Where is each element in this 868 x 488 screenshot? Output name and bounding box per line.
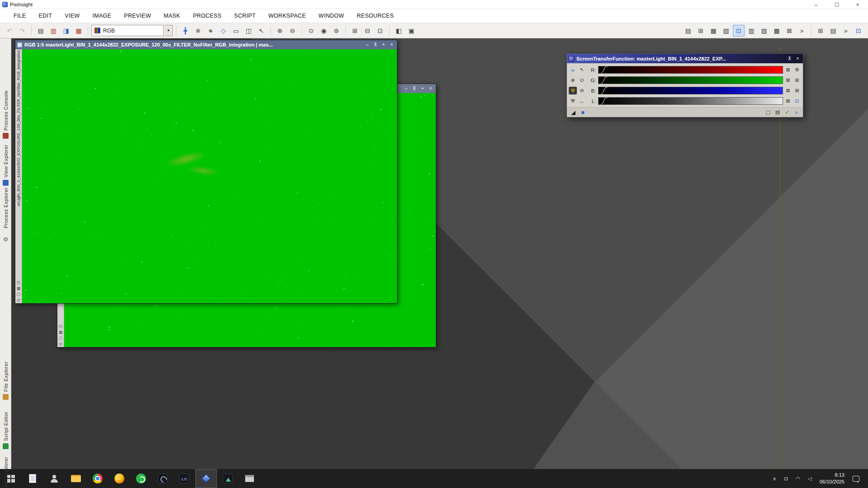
link-rgb-icon[interactable]: ∞ (569, 66, 577, 74)
new-instance-icon[interactable]: ◢ (569, 108, 577, 116)
track-view-icon[interactable]: ■ (579, 108, 587, 116)
strip-select-icon[interactable]: ◰ (59, 324, 63, 328)
lum-monitor-icon[interactable]: ⊡ (793, 97, 801, 105)
delete-preview-icon[interactable]: ⊟ (362, 25, 373, 37)
taskbar-app-image-tool[interactable] (217, 469, 239, 488)
center-image-icon[interactable]: ◇ (217, 25, 229, 37)
menu-mask[interactable]: MASK (157, 9, 187, 23)
stf-dialog[interactable]: ScreenTransferFunction: masterLight_BIN_… (566, 53, 803, 117)
new-preview-icon[interactable]: ⊞ (349, 25, 361, 37)
process-icon-8[interactable]: ⊠ (783, 25, 795, 37)
pan-tool-icon[interactable]: ╋ (179, 25, 191, 37)
cancel-icon[interactable]: × (793, 108, 801, 116)
color-management-icon[interactable]: ▦ (73, 25, 85, 37)
sidebar-gear[interactable]: ⚙ (0, 236, 11, 242)
screen-config-icon[interactable]: ▥ (47, 25, 59, 37)
process-icon-2[interactable]: ⊞ (695, 25, 707, 37)
image-canvas-front[interactable] (22, 49, 397, 303)
sidebar-item-process-explorer[interactable]: Process Explorer (0, 188, 11, 228)
stf-shade-icon[interactable]: ⊼ (786, 56, 793, 62)
process-icon-7[interactable]: ▩ (771, 25, 783, 37)
zoom-11-stf-icon[interactable]: ⊙ (578, 76, 586, 84)
taskbar-app-window[interactable] (239, 469, 260, 488)
workspace-grid-icon[interactable]: ⊞ (815, 25, 826, 37)
redo-icon[interactable]: ↷ (16, 25, 28, 37)
window-close-icon[interactable]: × (388, 42, 395, 48)
menu-image[interactable]: IMAGE (86, 9, 118, 23)
menu-view[interactable]: VIEW (58, 9, 86, 23)
taskbar-app-user-settings[interactable] (43, 469, 65, 488)
maximize-button[interactable]: ▢ (826, 0, 847, 9)
green-grid-icon[interactable]: ⊞ (793, 76, 801, 84)
process-icon-6[interactable]: ▨ (758, 25, 770, 37)
wifi-icon[interactable]: ◠ (793, 469, 803, 488)
window-shade-icon[interactable]: ⊼ (411, 85, 418, 92)
display-tray-icon[interactable]: ⊡ (781, 469, 792, 488)
menu-edit[interactable]: EDIT (33, 9, 59, 23)
strip-frame-icon[interactable]: ▢ (17, 292, 21, 296)
menu-window[interactable]: WINDOW (312, 9, 351, 23)
volume-icon[interactable]: ◁ (804, 469, 815, 488)
strip-grid-icon[interactable]: ▦ (17, 286, 21, 291)
taskbar-app-document[interactable] (22, 469, 43, 488)
hidden-icons-chevron-icon[interactable]: ∧ (769, 469, 780, 488)
browse-doc-icon[interactable]: ▤ (774, 108, 782, 116)
window-minimize-icon[interactable]: – (403, 85, 410, 92)
notification-center-button[interactable] (849, 469, 863, 488)
taskbar-app-green[interactable] (130, 469, 152, 488)
strip-grid-icon[interactable]: ▦ (59, 330, 63, 334)
process-icon-5[interactable]: ▥ (745, 25, 757, 37)
taskbar-app-photo[interactable] (152, 469, 174, 488)
taskbar-app-lightroom[interactable]: Lrc (174, 469, 195, 488)
close-button[interactable]: × (847, 0, 868, 9)
auto-stretch-icon[interactable]: ☢ (569, 87, 577, 94)
zoom-in-stf-icon[interactable]: ⊕ (569, 76, 577, 84)
zoom-optimal-icon[interactable]: ⊚ (330, 25, 342, 37)
menu-file[interactable]: FILE (7, 9, 33, 23)
reset-lum-icon[interactable]: ⊠ (784, 97, 792, 105)
clock[interactable]: 8:13 06/10/2025 (816, 472, 848, 485)
menu-workspace[interactable]: WORKSPACE (262, 9, 312, 23)
toolbar-overflow-2-icon[interactable]: » (840, 25, 852, 37)
zoom-in-icon[interactable]: ⊕ (274, 25, 286, 37)
stf-close-icon[interactable]: × (794, 56, 801, 62)
frame-toggle-icon[interactable]: ▣ (406, 25, 417, 37)
window-minimize-icon[interactable]: – (364, 42, 371, 48)
menu-resources[interactable]: RESOURCES (350, 9, 400, 23)
reset-red-icon[interactable]: ⊠ (784, 66, 792, 74)
taskbar-app-file-explorer[interactable] (65, 469, 87, 488)
workspace-panel-icon[interactable]: ▤ (827, 25, 839, 37)
window-zoom-icon[interactable]: + (380, 42, 387, 48)
stf-titlebar[interactable]: ScreenTransferFunction: masterLight_BIN_… (567, 54, 803, 63)
image-window-front[interactable]: RGB 1:5 masterLight_BIN_1_4144x2822_EXPO… (15, 40, 397, 304)
taskbar-app-firefox[interactable] (108, 469, 130, 488)
channel-dropdown-icon[interactable]: ▼ (165, 25, 173, 36)
zoom-out-stf-icon[interactable]: ⊖ (578, 87, 586, 94)
edit-instance-icon[interactable]: ▢ (764, 108, 772, 116)
zoom-1-1-icon[interactable]: ⊙ (305, 25, 317, 37)
strip-target-icon[interactable]: ◎ (17, 298, 20, 302)
strip-select-icon[interactable]: ◰ (17, 281, 21, 285)
toolbar-overflow-icon[interactable]: » (796, 25, 808, 37)
taskbar-app-pixinsight[interactable] (195, 469, 217, 488)
zoom-to-fit-icon[interactable]: ∗ (205, 25, 217, 37)
pan-mode-icon[interactable]: ↔ (578, 97, 586, 105)
zoom-fit-window-icon[interactable]: ◉ (318, 25, 330, 37)
readout-options-icon[interactable]: ◨ (60, 25, 72, 37)
fit-view-icon[interactable]: ※ (192, 25, 204, 37)
edit-preview-mode-icon[interactable]: ◫ (243, 25, 255, 37)
screen-transfer-toggle-icon[interactable]: ⊡ (733, 25, 745, 37)
strip-frame-icon[interactable]: ▢ (59, 336, 63, 340)
zoom-out-icon[interactable]: ⊖ (287, 25, 298, 37)
sidebar-item-process-console[interactable]: Process Console (0, 90, 11, 139)
sidebar-item-view-explorer[interactable]: View Explorer (0, 145, 11, 186)
minimize-button[interactable]: – (806, 0, 826, 9)
process-icon-3[interactable]: ▦ (708, 25, 719, 37)
start-button[interactable] (0, 469, 22, 488)
stf-lum-gradient[interactable] (598, 97, 783, 105)
readout-cursor-icon[interactable]: ↖ (255, 25, 267, 37)
workspace-monitor-icon[interactable]: ⊡ (853, 25, 864, 37)
stf-blue-gradient[interactable] (598, 87, 783, 94)
apply-icon[interactable]: ✓ (783, 108, 791, 116)
panel-toggle-icon[interactable]: ▤ (35, 25, 47, 37)
